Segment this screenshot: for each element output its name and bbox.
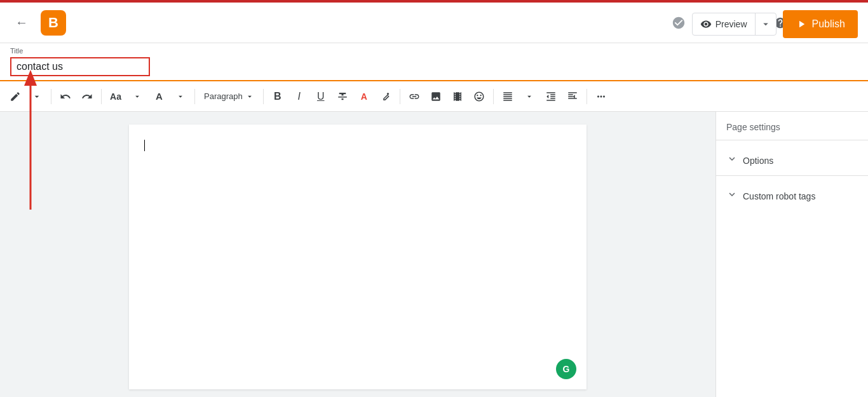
toolbar-pencil[interactable] bbox=[5, 86, 25, 107]
options-chevron-icon bbox=[726, 153, 738, 168]
toolbar-link[interactable] bbox=[404, 86, 424, 107]
action-bar: Preview Publish bbox=[672, 10, 858, 38]
title-area: Title bbox=[0, 43, 868, 81]
editor-cursor bbox=[144, 140, 145, 151]
toolbar-divider-7 bbox=[587, 89, 587, 104]
grammarly-badge[interactable]: G bbox=[556, 359, 576, 379]
toolbar-emoji[interactable] bbox=[469, 86, 489, 107]
top-bar: ← B B Preview Publish bbox=[0, 3, 868, 43]
back-button[interactable]: ← bbox=[10, 11, 33, 34]
page-settings-title: Page settings bbox=[716, 122, 868, 140]
sidebar-custom-robot-tags-section[interactable]: Custom robot tags bbox=[716, 181, 868, 211]
sidebar-divider-2 bbox=[716, 175, 868, 176]
toolbar-align-dropdown[interactable] bbox=[519, 86, 539, 107]
toolbar-align[interactable] bbox=[498, 86, 518, 107]
preview-dropdown-chevron[interactable] bbox=[756, 13, 776, 35]
preview-button-label[interactable]: Preview bbox=[693, 13, 756, 35]
editor-area[interactable]: G bbox=[0, 112, 715, 397]
toolbar-more[interactable] bbox=[591, 86, 611, 107]
toolbar-divider-1 bbox=[51, 89, 51, 104]
toolbar-divider-5 bbox=[400, 89, 400, 104]
options-label: Options bbox=[743, 156, 773, 166]
toolbar-media[interactable] bbox=[447, 86, 468, 107]
toolbar-font-color[interactable]: A bbox=[354, 86, 374, 107]
main-layout: G Page settings Options Custom robot tag… bbox=[0, 112, 868, 397]
toolbar: Aa A Paragraph B I U A bbox=[0, 81, 868, 112]
editor-paper[interactable]: G bbox=[129, 124, 587, 389]
toolbar-divider-2 bbox=[101, 89, 102, 104]
toolbar-image[interactable] bbox=[426, 86, 446, 107]
toolbar-font-aa-dropdown[interactable] bbox=[127, 86, 147, 107]
blogger-logo[interactable]: B bbox=[41, 10, 66, 36]
robot-tags-chevron-icon bbox=[726, 189, 738, 203]
toolbar-font-aa[interactable]: Aa bbox=[105, 86, 126, 107]
toolbar-strikethrough[interactable] bbox=[332, 86, 353, 107]
toolbar-mode-dropdown[interactable] bbox=[27, 86, 47, 107]
toolbar-indent-right[interactable] bbox=[562, 86, 583, 107]
publish-button[interactable]: Publish bbox=[783, 10, 858, 38]
toolbar-undo[interactable] bbox=[55, 86, 76, 107]
toolbar-italic[interactable]: I bbox=[289, 86, 309, 107]
publish-label: Publish bbox=[812, 18, 845, 30]
sidebar-options-section[interactable]: Options bbox=[716, 145, 868, 175]
preview-button[interactable]: Preview bbox=[692, 13, 776, 36]
right-sidebar: Page settings Options Custom robot tags bbox=[715, 112, 868, 397]
toolbar-divider-3 bbox=[194, 89, 195, 104]
toolbar-highlight[interactable] bbox=[376, 86, 396, 107]
toolbar-divider-4 bbox=[263, 89, 264, 104]
top-bar-left: ← B bbox=[10, 10, 66, 36]
title-label: Title bbox=[10, 47, 858, 55]
toolbar-redo[interactable] bbox=[77, 86, 97, 107]
preview-label: Preview bbox=[715, 19, 747, 29]
toolbar-underline[interactable]: U bbox=[311, 86, 331, 107]
toolbar-font-size-dropdown[interactable] bbox=[170, 86, 191, 107]
toolbar-font-label: Aa bbox=[110, 91, 121, 102]
custom-robot-tags-label: Custom robot tags bbox=[743, 191, 815, 201]
title-input[interactable] bbox=[10, 57, 150, 76]
toolbar-indent-left[interactable] bbox=[541, 86, 561, 107]
sidebar-divider-1 bbox=[716, 140, 868, 140]
toolbar-paragraph-label: Paragraph bbox=[204, 91, 243, 101]
toolbar-paragraph-dropdown[interactable]: Paragraph bbox=[199, 86, 259, 107]
toolbar-bold[interactable]: B bbox=[268, 86, 288, 107]
toolbar-font-size[interactable]: A bbox=[149, 86, 169, 107]
save-status-icon bbox=[672, 16, 686, 33]
toolbar-divider-6 bbox=[493, 89, 494, 104]
